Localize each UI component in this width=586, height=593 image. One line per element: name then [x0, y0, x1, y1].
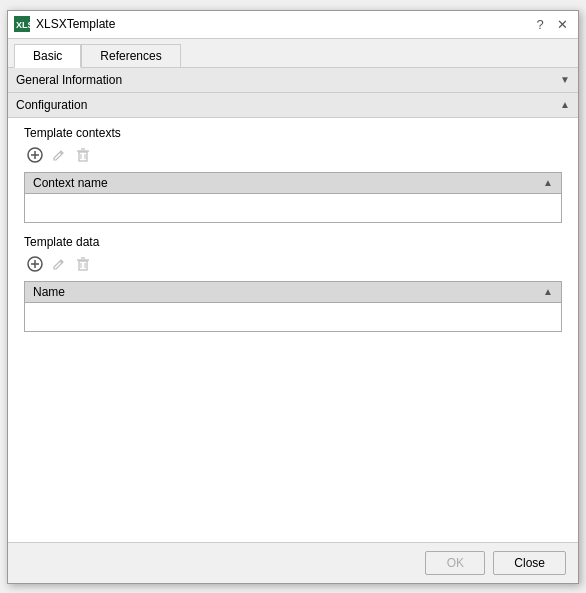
- template-data-label: Template data: [24, 235, 562, 249]
- context-table-body: [25, 194, 561, 222]
- configuration-body: Template contexts: [8, 118, 578, 352]
- svg-rect-6: [79, 152, 87, 161]
- delete-context-icon: [76, 148, 90, 162]
- window-title: XLSXTemplate: [36, 17, 115, 31]
- delete-data-icon: [76, 257, 90, 271]
- close-button[interactable]: Close: [493, 551, 566, 575]
- data-table-body: [25, 303, 561, 331]
- context-table: Context name ▲: [24, 172, 562, 223]
- add-context-icon: [27, 147, 43, 163]
- context-column-label: Context name: [33, 176, 108, 190]
- data-column-label: Name: [33, 285, 65, 299]
- edit-data-button[interactable]: [48, 253, 70, 275]
- title-bar-left: XLS XLSXTemplate: [14, 16, 115, 32]
- general-info-header[interactable]: General Information ▼: [8, 68, 578, 93]
- edit-data-icon: [52, 257, 66, 271]
- data-table-header[interactable]: Name ▲: [25, 282, 561, 303]
- template-contexts-label: Template contexts: [24, 126, 562, 140]
- general-info-arrow: ▼: [560, 74, 570, 85]
- edit-context-button[interactable]: [48, 144, 70, 166]
- tab-references[interactable]: References: [81, 44, 180, 68]
- template-contexts-toolbar: [24, 144, 562, 166]
- svg-text:XLS: XLS: [16, 20, 30, 30]
- context-table-header[interactable]: Context name ▲: [25, 173, 561, 194]
- ok-button[interactable]: OK: [425, 551, 485, 575]
- close-title-button[interactable]: ✕: [552, 14, 572, 34]
- app-icon: XLS: [14, 16, 30, 32]
- add-context-button[interactable]: [24, 144, 46, 166]
- add-data-button[interactable]: [24, 253, 46, 275]
- context-sort-arrow: ▲: [543, 177, 553, 188]
- title-bar: XLS XLSXTemplate ? ✕: [8, 11, 578, 39]
- configuration-label: Configuration: [16, 98, 87, 112]
- delete-data-button[interactable]: [72, 253, 94, 275]
- title-bar-buttons: ? ✕: [530, 14, 572, 34]
- help-button[interactable]: ?: [530, 14, 550, 34]
- tabs-row: Basic References: [8, 39, 578, 68]
- template-data-toolbar: [24, 253, 562, 275]
- footer: OK Close: [8, 542, 578, 583]
- data-sort-arrow: ▲: [543, 286, 553, 297]
- delete-context-button[interactable]: [72, 144, 94, 166]
- window: XLS XLSXTemplate ? ✕ Basic References Ge…: [7, 10, 579, 584]
- configuration-arrow: ▲: [560, 99, 570, 110]
- svg-rect-15: [79, 261, 87, 270]
- configuration-header[interactable]: Configuration ▲: [8, 93, 578, 118]
- tab-basic[interactable]: Basic: [14, 44, 81, 68]
- content-area: General Information ▼ Configuration ▲ Te…: [8, 68, 578, 542]
- add-data-icon: [27, 256, 43, 272]
- edit-context-icon: [52, 148, 66, 162]
- general-info-label: General Information: [16, 73, 122, 87]
- data-table: Name ▲: [24, 281, 562, 332]
